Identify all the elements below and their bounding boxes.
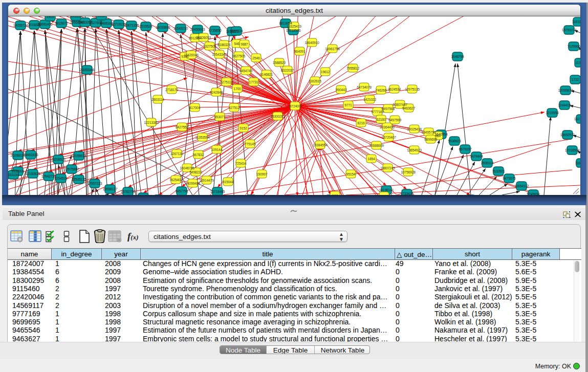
svg-text:20113: 20113 [71,16,80,18]
svg-text:1722: 1722 [572,78,579,81]
svg-text:1154519: 1154519 [55,177,68,180]
svg-text:12213383: 12213383 [144,121,159,124]
svg-text:13325419: 13325419 [287,25,301,28]
svg-text:9457791: 9457791 [175,189,188,193]
svg-text:13495798: 13495798 [421,130,436,134]
svg-text:6879197: 6879197 [459,147,471,151]
svg-text:3624534: 3624534 [388,87,401,91]
svg-text:20364436: 20364436 [380,125,395,129]
svg-text:427512: 427512 [229,106,240,110]
svg-text:3267130: 3267130 [170,152,183,156]
svg-text:9146821: 9146821 [260,73,273,76]
svg-text:5498222: 5498222 [189,170,202,174]
svg-text:7625402: 7625402 [169,178,182,182]
svg-text:9084067: 9084067 [378,194,390,195]
svg-text:546: 546 [234,42,239,46]
svg-text:8322037: 8322037 [281,69,294,72]
svg-text:915044: 915044 [223,180,234,184]
svg-text:20053346: 20053346 [80,68,95,72]
svg-text:2718170: 2718170 [165,88,178,92]
svg-text:9152: 9152 [239,126,247,130]
svg-text:16914479: 16914479 [199,179,214,182]
svg-text:17731: 17731 [249,80,258,84]
svg-text:15300283: 15300283 [270,115,285,118]
svg-text:11543210: 11543210 [173,27,188,30]
svg-text:10807487: 10807487 [393,103,407,106]
svg-text:5938923: 5938923 [448,139,461,143]
svg-text:4735650: 4735650 [208,29,221,32]
svg-text:18640910: 18640910 [304,41,319,45]
svg-text:7632621: 7632621 [492,169,505,173]
svg-text:19612: 19612 [321,70,330,74]
svg-text:22455603: 22455603 [190,28,205,31]
svg-text:13654923: 13654923 [407,148,422,152]
svg-text:9242848: 9242848 [210,91,223,94]
svg-text:6497599: 6497599 [388,118,401,122]
svg-text:12159914: 12159914 [72,154,86,158]
svg-text:853071: 853071 [214,115,226,119]
svg-text:16210643: 16210643 [574,117,580,121]
svg-text:1111: 1111 [332,194,338,195]
svg-text:10688609: 10688609 [369,144,384,147]
svg-text:2935114: 2935114 [481,161,494,165]
svg-text:8454749: 8454749 [239,69,252,73]
svg-text:19384554: 19384554 [313,143,328,147]
svg-text:20691406: 20691406 [38,23,53,26]
svg-text:984: 984 [435,134,441,138]
svg-text:10025438: 10025438 [407,127,422,131]
svg-text:20226053: 20226053 [196,36,211,39]
svg-text:1903: 1903 [47,16,54,18]
svg-text:2803114: 2803114 [151,98,164,101]
svg-text:7955812: 7955812 [346,67,359,70]
svg-text:15716485: 15716485 [210,190,225,193]
svg-text:990443: 990443 [336,88,347,92]
svg-text:9815672: 9815672 [55,21,68,25]
svg-text:1648794: 1648794 [451,55,464,58]
svg-text:16046786: 16046786 [180,166,194,170]
svg-text:109144: 109144 [211,148,223,151]
svg-text:15692971: 15692971 [560,133,575,137]
svg-text:1151174: 1151174 [572,20,580,24]
svg-text:9827505: 9827505 [232,54,245,58]
svg-text:11353594: 11353594 [195,136,210,139]
svg-text:10543342: 10543342 [212,53,227,56]
svg-text:13420046: 13420046 [184,53,199,57]
svg-text:1588520: 1588520 [273,61,286,64]
svg-text:567832: 567832 [193,153,204,157]
svg-text:64734078: 64734078 [357,85,372,89]
svg-text:9463627: 9463627 [402,106,415,110]
svg-text:3215958: 3215958 [546,111,558,115]
svg-text:1854: 1854 [367,157,375,161]
svg-text:18807249: 18807249 [380,166,395,170]
svg-text:1162615: 1162615 [309,79,321,83]
svg-text:20206521: 20206521 [51,158,66,161]
svg-text:190997: 190997 [256,172,268,176]
svg-text:19958127: 19958127 [103,187,118,191]
svg-text:16033809: 16033809 [156,26,170,29]
svg-text:8427552: 8427552 [176,125,188,129]
svg-text:14055724: 14055724 [13,24,28,27]
svg-text:12505135: 12505135 [72,178,86,181]
svg-text:9327505: 9327505 [203,45,216,48]
svg-text:9915: 9915 [98,16,105,17]
svg-text:725434: 725434 [235,162,247,165]
svg-text:16782759: 16782759 [121,190,136,193]
svg-text:8186328: 8186328 [217,43,230,47]
svg-text:14099489: 14099489 [185,182,200,185]
svg-text:15751074: 15751074 [562,28,577,32]
svg-text:18724007: 18724007 [288,104,302,108]
svg-text:62160: 62160 [377,118,386,121]
svg-text:9887: 9887 [241,42,248,46]
svg-text:12093873: 12093873 [558,89,573,92]
svg-text:1167531: 1167531 [575,161,580,165]
svg-text:19218506: 19218506 [286,29,301,32]
svg-text:5275112: 5275112 [220,80,233,84]
svg-text:6497568: 6497568 [382,107,395,111]
svg-text:9357224: 9357224 [230,29,243,33]
svg-text:9335001: 9335001 [11,169,24,173]
svg-text:10756928: 10756928 [401,170,416,174]
svg-text:933154: 933154 [8,173,19,177]
svg-text:19461635: 19461635 [24,153,38,157]
svg-text:746266: 746266 [376,89,387,92]
svg-text:9899695: 9899695 [424,138,437,141]
